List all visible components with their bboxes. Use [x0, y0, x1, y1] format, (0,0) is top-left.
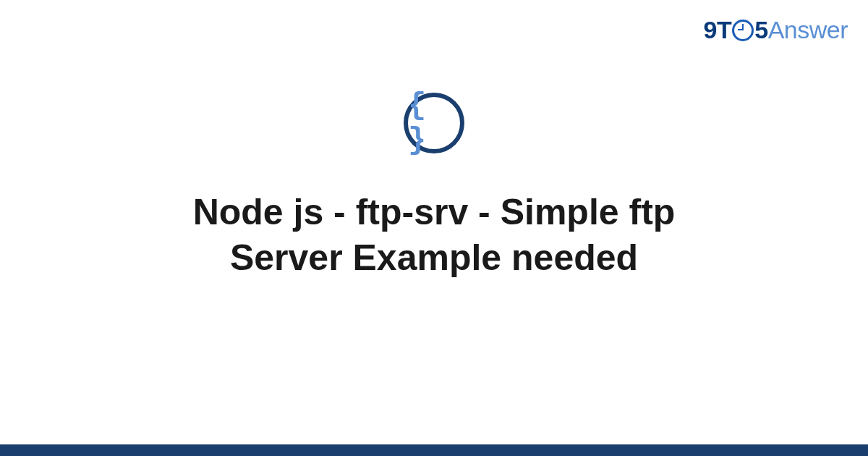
footer-bar [0, 444, 868, 456]
logo-text-answer: Answer [768, 16, 848, 44]
site-logo[interactable]: 9T 5 Answer [704, 16, 848, 44]
code-braces-icon: { } [404, 93, 464, 153]
braces-glyph: { } [408, 88, 460, 158]
logo-text-5: 5 [754, 16, 767, 44]
main-content: { } Node js - ftp-srv - Simple ftp Serve… [0, 93, 868, 280]
clock-icon [732, 20, 754, 41]
question-title: Node js - ftp-srv - Simple ftp Server Ex… [109, 190, 760, 280]
logo-text-9t: 9T [704, 16, 732, 44]
